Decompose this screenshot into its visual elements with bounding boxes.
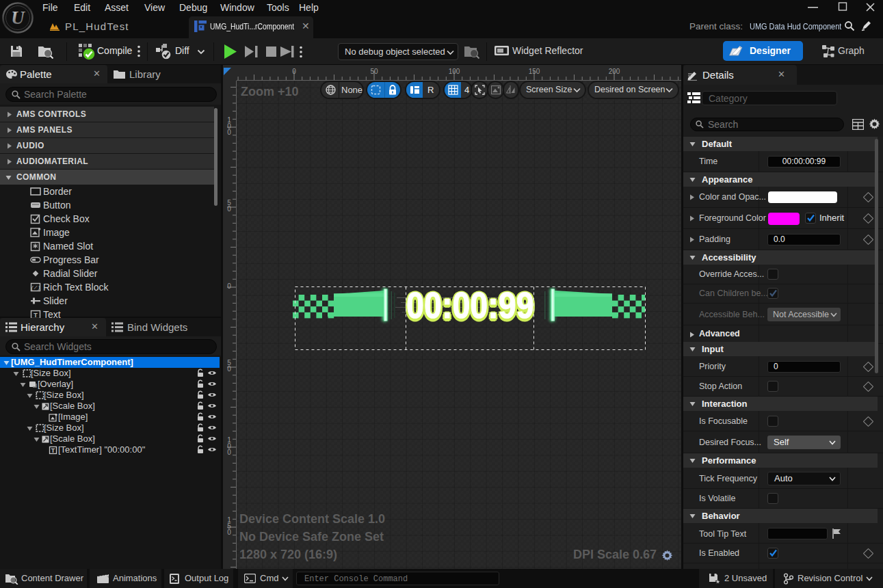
svg-text:U: U bbox=[11, 8, 25, 28]
svg-text:0: 0 bbox=[227, 529, 231, 536]
svg-text:T: T bbox=[51, 447, 55, 454]
svg-text:0: 0 bbox=[227, 129, 231, 136]
svg-text:0: 0 bbox=[227, 205, 231, 213]
svg-text:150: 150 bbox=[529, 68, 540, 75]
svg-text:0: 0 bbox=[227, 282, 231, 290]
svg-text:0: 0 bbox=[227, 365, 231, 373]
svg-text:50: 50 bbox=[370, 68, 378, 75]
svg-text:(/): (/) bbox=[31, 284, 40, 291]
svg-text:T: T bbox=[34, 312, 38, 319]
svg-text:0: 0 bbox=[227, 449, 231, 456]
svg-text:100: 100 bbox=[449, 68, 460, 75]
svg-text:0: 0 bbox=[292, 68, 296, 75]
svg-text:200: 200 bbox=[609, 68, 620, 75]
